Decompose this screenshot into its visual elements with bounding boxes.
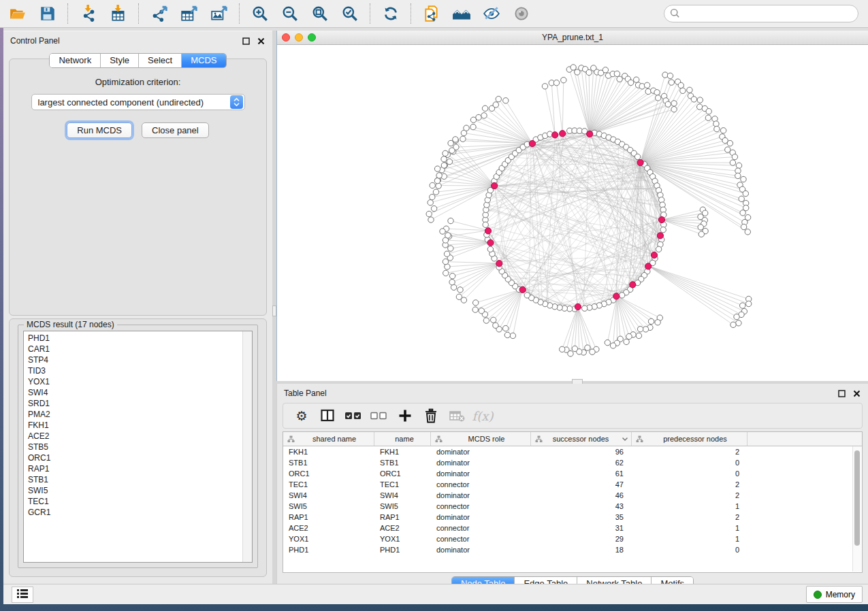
graph-node[interactable] [745,229,750,235]
graph-node[interactable] [436,173,442,178]
float-table-panel-button[interactable] [837,389,846,398]
open-button[interactable] [3,1,33,26]
graph-node[interactable] [741,224,746,229]
export-table-button[interactable] [174,1,204,26]
mcds-result-item[interactable]: TEC1 [24,496,242,507]
graph-node[interactable] [706,109,711,114]
graph-node[interactable] [656,95,661,101]
graph-node-mcds[interactable] [496,261,502,267]
graph-node-mcds[interactable] [519,286,526,293]
select-all-button[interactable] [342,406,365,426]
graph-node[interactable] [634,154,640,159]
mcds-result-item[interactable]: PHD1 [24,333,242,344]
graph-node-mcds[interactable] [552,132,558,138]
column-header-mcds-role[interactable]: MCDS role [431,432,531,446]
mcds-result-item[interactable]: ORC1 [24,452,242,463]
graph-node[interactable] [464,125,469,131]
column-header-shared-name[interactable]: shared name [283,432,374,446]
graph-node[interactable] [503,325,509,331]
graph-node[interactable] [441,156,447,162]
graph-node[interactable] [637,327,643,332]
graph-node[interactable] [443,259,448,264]
graph-node[interactable] [628,80,633,85]
graph-node[interactable] [645,88,651,94]
graph-node[interactable] [720,128,726,133]
graph-node[interactable] [460,136,466,142]
graph-node[interactable] [691,97,696,102]
graph-node[interactable] [636,333,641,338]
graph-node[interactable] [449,274,455,279]
zoom-out-button[interactable] [275,1,305,26]
mcds-result-item[interactable]: CAR1 [24,344,242,354]
graph-node[interactable] [586,69,592,75]
graph-node[interactable] [605,340,610,345]
export-image-button[interactable] [204,1,234,26]
graph-node[interactable] [542,84,547,89]
column-header-predecessor-nodes[interactable]: predecessor nodes [632,432,748,446]
graph-node[interactable] [456,294,462,299]
graph-node[interactable] [730,160,735,165]
import-table-button[interactable] [103,1,133,26]
export-network-button[interactable] [144,1,174,26]
delete-row-button[interactable] [419,406,443,426]
graph-node[interactable] [746,301,752,306]
graph-node[interactable] [727,140,733,146]
float-panel-button[interactable] [241,36,251,46]
table-row[interactable]: ORC1ORC1dominator610 [283,468,862,479]
graph-node[interactable] [481,113,487,118]
graph-node-mcds[interactable] [657,233,663,239]
mcds-result-item[interactable]: TID3 [24,365,242,376]
column-header-successor-nodes[interactable]: successor nodes [531,432,632,446]
graph-node[interactable] [431,205,436,211]
search-input[interactable] [664,5,858,22]
graph-node[interactable] [430,194,435,199]
graph-node[interactable] [740,210,745,216]
graph-node[interactable] [620,293,625,298]
memory-button[interactable]: Memory [806,586,863,603]
graph-node-mcds[interactable] [651,252,657,258]
mcds-result-item[interactable]: STP4 [24,354,242,365]
graph-node[interactable] [491,317,496,323]
zoom-fit-button[interactable] [305,1,335,26]
mcds-result-item[interactable]: SRD1 [24,398,242,409]
graph-node[interactable] [436,183,441,188]
graph-node[interactable] [617,76,622,82]
graph-node[interactable] [687,87,692,93]
graph-node[interactable] [457,287,463,293]
table-row[interactable]: PHD1PHD1dominator180 [283,544,862,555]
close-table-panel-button[interactable] [852,389,861,398]
graph-node[interactable] [560,346,565,352]
graph-node[interactable] [669,80,674,85]
graph-node[interactable] [570,65,576,70]
table-row[interactable]: SWI5SWI5connector431 [283,501,862,512]
graph-node-mcds[interactable] [645,263,652,269]
hide-selected-button[interactable] [477,1,507,26]
table-scrollbar-thumb[interactable] [854,450,860,546]
mcds-result-item[interactable]: FKH1 [24,420,242,431]
graph-node[interactable] [430,182,435,188]
graph-node[interactable] [643,327,648,332]
close-panel-button-2[interactable]: Close panel [142,122,209,138]
graph-node[interactable] [510,333,515,338]
graph-node-mcds[interactable] [487,240,494,246]
graph-node[interactable] [705,115,711,120]
mcds-result-item[interactable]: GCR1 [24,507,242,518]
tab-style[interactable]: Style [100,54,138,67]
graph-node[interactable] [614,71,620,76]
graph-node[interactable] [740,303,745,308]
graph-node[interactable] [553,80,559,86]
graph-node[interactable] [449,280,455,285]
mcds-result-item[interactable]: SWI5 [24,485,242,496]
graph-node[interactable] [572,346,577,351]
run-mcds-button[interactable]: Run MCDS [67,122,132,138]
graph-node[interactable] [487,246,493,252]
table-row[interactable]: STB1STB1dominator620 [283,457,862,468]
first-neighbors-button[interactable] [447,1,477,26]
graph-node[interactable] [561,78,566,83]
graph-node-mcds[interactable] [630,282,636,288]
refresh-button[interactable] [376,1,406,26]
graph-node[interactable] [698,231,704,237]
deselect-all-button[interactable] [368,406,391,426]
graph-node[interactable] [444,251,449,257]
tab-mcds[interactable]: MCDS [181,54,225,67]
